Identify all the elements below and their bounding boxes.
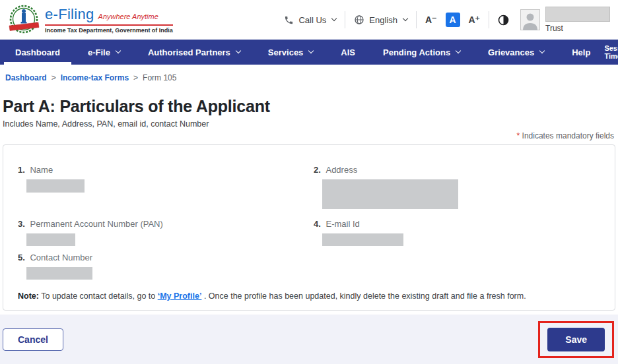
- language-label: English: [369, 15, 397, 25]
- contact-update-note: Note: To update contact details, go to ‘…: [18, 291, 601, 301]
- main-content: Part A: Particulars of the Applicant Inc…: [0, 97, 618, 311]
- breadcrumb-dashboard[interactable]: Dashboard: [5, 73, 47, 82]
- nav-item-pending-actions[interactable]: Pending Actions: [369, 40, 474, 65]
- breadcrumb-income-tax-forms[interactable]: Income-tax Forms: [61, 73, 129, 82]
- font-size-controls: A⁻ A A⁺: [425, 13, 480, 27]
- field-pan-label: Permanent Account Number (PAN): [30, 219, 162, 229]
- breadcrumb: Dashboard > Income-tax Forms > Form 105: [0, 65, 618, 89]
- save-button[interactable]: Save: [547, 328, 605, 351]
- breadcrumb-separator: >: [133, 73, 138, 82]
- breadcrumb-form-105: Form 105: [143, 73, 176, 82]
- phone-icon: [284, 15, 294, 25]
- header-divider: [345, 11, 345, 28]
- brand-subtitle: Income Tax Department, Government of Ind…: [45, 24, 173, 34]
- form-action-bar: Cancel Save: [0, 315, 618, 364]
- page-subtitle: Includes Name, Address, PAN, email id, c…: [3, 119, 615, 129]
- main-navigation: Dashboard e-File Authorised Partners Ser…: [0, 40, 618, 65]
- cancel-button[interactable]: Cancel: [3, 328, 63, 351]
- nav-item-grievances[interactable]: Grievances: [474, 40, 558, 65]
- breadcrumb-separator: >: [52, 73, 56, 82]
- income-tax-department-emblem: [7, 3, 41, 36]
- field-address-label: Address: [326, 165, 357, 175]
- globe-icon: [354, 15, 364, 25]
- call-us-menu[interactable]: Call Us: [284, 15, 336, 25]
- header-divider: [416, 11, 417, 28]
- brand-logo[interactable]: e-Filing Anywhere Anytime Income Tax Dep…: [7, 3, 173, 36]
- chevron-down-icon: [331, 16, 337, 21]
- mandatory-fields-note: * Indicates mandatory fields: [3, 131, 614, 140]
- chevron-down-icon: [403, 16, 408, 21]
- header-divider: [489, 11, 489, 28]
- brand-title: e-Filing: [45, 6, 94, 23]
- page-title: Part A: Particulars of the Applicant: [3, 97, 615, 116]
- field-address: 2. Address: [314, 165, 601, 219]
- contrast-toggle-icon[interactable]: [498, 15, 509, 26]
- language-menu[interactable]: English: [354, 15, 407, 25]
- my-profile-link[interactable]: ‘My Profile’: [158, 291, 202, 301]
- nav-item-services[interactable]: Services: [254, 40, 327, 65]
- chevron-down-icon: [539, 48, 545, 53]
- chevron-down-icon: [456, 48, 461, 53]
- call-us-label: Call Us: [298, 15, 326, 25]
- font-decrease-button[interactable]: A⁻: [425, 15, 437, 25]
- nav-item-ais[interactable]: AIS: [327, 40, 369, 65]
- nav-item-dashboard[interactable]: Dashboard: [1, 40, 74, 65]
- chevron-down-icon: [308, 48, 314, 53]
- chevron-down-icon: [236, 48, 241, 53]
- user-profile-menu[interactable]: Trust: [520, 7, 610, 33]
- brand-tagline: Anywhere Anytime: [98, 13, 158, 20]
- field-name-value-redacted: [26, 179, 85, 193]
- session-time-label: Session Time: [604, 44, 618, 60]
- app-header: e-Filing Anywhere Anytime Income Tax Dep…: [0, 0, 618, 40]
- nav-item-authorised-partners[interactable]: Authorised Partners: [134, 40, 254, 65]
- session-timer: Session Time 1 6 : 2 8: [604, 40, 618, 65]
- field-email-value-redacted: [322, 233, 403, 246]
- field-email-label: E-mail Id: [326, 219, 359, 229]
- font-increase-button[interactable]: A⁺: [469, 15, 481, 25]
- field-contact-number: 5. Contact Number: [18, 253, 314, 286]
- field-pan-value-redacted: [26, 233, 75, 246]
- nav-item-efile[interactable]: e-File: [74, 40, 134, 65]
- field-contact-number-label: Contact Number: [30, 253, 92, 262]
- mandatory-asterisk: *: [517, 131, 520, 140]
- field-name: 1. Name: [18, 165, 314, 219]
- user-name-redacted: [545, 7, 610, 22]
- field-contact-number-value-redacted: [26, 267, 92, 280]
- font-default-button[interactable]: A: [446, 13, 460, 27]
- avatar: [520, 9, 540, 30]
- chevron-down-icon: [116, 48, 121, 53]
- field-address-value-redacted: [322, 179, 458, 209]
- field-pan: 3. Permanent Account Number (PAN): [18, 219, 314, 253]
- field-name-label: Name: [30, 165, 53, 175]
- nav-item-help[interactable]: Help: [558, 40, 604, 65]
- save-button-highlight-annotation: Save: [538, 321, 614, 358]
- user-role-label: Trust: [545, 24, 610, 33]
- applicant-particulars-card: 1. Name 2. Address 3. Permanent Account …: [3, 144, 615, 311]
- field-email: 4. E-mail Id: [314, 219, 601, 253]
